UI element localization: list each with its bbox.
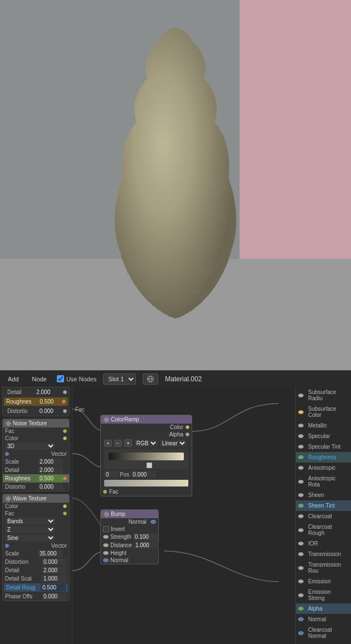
noise-roughness-socket-out [63,476,67,480]
wave-detailrough-input[interactable] [41,584,66,591]
bsdf-metallic-socket [298,424,304,427]
noise-roughness-input[interactable] [38,475,63,482]
bsdf-inputs-panel: Subsurface Radiu Subsurface Color Metall… [295,387,351,644]
ramp-menu-btn[interactable]: ▾ [124,439,132,447]
wave-phaseoffs-input[interactable] [42,593,67,600]
partial-detail-label: Detail [5,389,24,396]
top-partial-node: Detail 2.000 Roughnes 0.500 Distortio 0.… [2,387,70,416]
noise-fac-socket [63,429,67,433]
bump-strength-input[interactable] [133,533,158,540]
bump-title: Bump [111,511,125,517]
partial-detail-value: 2.000 [34,389,52,396]
bsdf-alpha: Alpha [296,603,351,614]
wave-scale-row: Scale [3,549,69,558]
bsdf-normal: Normal [296,614,351,625]
bsdf-anisotropic-socket [298,466,304,470]
bump-height-socket [103,551,109,555]
bump-normal-in-label: Normal [110,557,128,563]
wave-scale-input[interactable] [38,550,63,557]
partial-roughness-label: Roughnes [6,399,32,405]
colorramp-title: ColorRamp [111,416,139,422]
bsdf-transmission-roughness: Transmission Rou [296,559,351,576]
bsdf-transmission: Transmission [296,549,351,559]
wave-z-select[interactable]: Z [5,526,55,533]
header-bar: Add Node Use Nodes Slot 1 Material.002 [0,370,351,387]
node-editor: Detail 2.000 Roughnes 0.500 Distortio 0.… [0,387,351,644]
viewport [0,0,351,370]
wave-phaseoffs-row: Phase Offs [3,592,69,601]
bsdf-emission-strength: Emission Streng [296,587,351,603]
bsdf-specular-tint: Specular Tint [296,441,351,452]
bsdf-anisotropic: Anisotropic [296,463,351,473]
bump-invert-checkbox[interactable] [103,526,109,532]
bump-header: Bump [101,510,158,518]
partial-detail-socket [63,390,67,394]
wave-sine-select[interactable]: Sine [5,534,55,542]
wave-detailrough-row: Detail Roug [4,583,68,592]
bsdf-anisotropic-rotation: Anisotropic Rota [296,473,351,490]
noise-distortion-input[interactable] [38,483,63,490]
noise-texture-header: Noise Texture [3,419,69,427]
noise-expand-icon[interactable] [5,420,11,426]
noise-scale-input[interactable] [38,458,63,465]
ramp-add-btn[interactable]: + [104,440,112,447]
node-panel: Detail 2.000 Roughnes 0.500 Distortio 0.… [0,387,72,644]
wave-detailscale-input[interactable] [42,575,67,582]
bump-normal-output: Normal [101,518,158,525]
use-nodes-toggle[interactable]: Use Nodes [57,375,96,382]
noise-texture-title: Noise Texture [13,420,47,426]
bsdf-subsurface-radius: Subsurface Radiu [296,387,351,404]
wave-vector-socket [5,544,9,548]
wave-expand-icon[interactable] [5,495,11,502]
bump-height-row: Height [101,549,158,557]
bsdf-roughness: Roughness [296,452,351,463]
ramp-remove-btn[interactable]: − [114,440,122,447]
wave-detail-input[interactable] [42,567,67,574]
material-name: Material.002 [165,375,202,383]
use-nodes-checkbox[interactable] [57,375,64,382]
colorramp-expand-icon[interactable] [103,416,109,422]
noise-vector-row: Vector [3,450,69,458]
bump-distance-socket [103,543,109,547]
noise-detail-input[interactable] [38,466,63,474]
bsdf-metallic: Metallic [296,420,351,431]
bsdf-subsurface-color-socket [298,410,304,414]
bump-expand-icon[interactable] [103,511,109,517]
wave-bands-select[interactable]: Bands [5,518,55,525]
colorramp-bar[interactable] [109,453,184,460]
add-button[interactable]: Add [4,375,22,384]
noise-fac-row: Fac [3,427,69,435]
wave-sine-row: Sine [3,534,69,542]
slot-select[interactable]: Slot 1 [103,373,136,385]
colorramp-num-input[interactable] [104,471,118,478]
bsdf-clearcoatrough-socket [298,528,304,532]
globe-button[interactable] [143,373,158,385]
bsdf-transmissionrough-socket [298,566,304,570]
colorramp-node: ColorRamp Color Alpha + − ▾ RGB Linear [100,415,192,496]
vase [92,22,259,352]
colorramp-pos-input[interactable] [131,471,156,478]
ramp-rgb-select[interactable]: RGB [134,440,158,447]
colorramp-pos-row: Pos [101,470,192,479]
bump-distance-label: Distance [110,542,132,548]
bump-strength-row: Strength [101,533,158,541]
bsdf-emissionstrength-socket [298,593,304,597]
colorramp-alpha-socket [186,432,189,436]
wave-vector-row: Vector [3,542,69,549]
node-button[interactable]: Node [29,375,50,384]
wave-z-row: Z [3,525,69,534]
colorramp-stop[interactable] [147,463,152,468]
noise-3d-select[interactable]: 3D [5,443,55,450]
partial-roughness-socket [62,400,66,404]
bump-distance-input[interactable] [134,542,159,549]
bump-height-label: Height [110,550,126,556]
bsdf-sheen: Sheen [296,490,351,500]
bsdf-specular-socket [298,434,304,438]
fac-float-label: Fac [75,406,85,412]
bump-strength-socket [103,535,109,539]
noise-color-row: Color [3,435,69,442]
use-nodes-label: Use Nodes [66,376,96,382]
ramp-linear-select[interactable]: Linear [160,440,187,447]
wave-distortion-input[interactable] [42,558,67,566]
bsdf-roughness-socket [298,455,304,459]
